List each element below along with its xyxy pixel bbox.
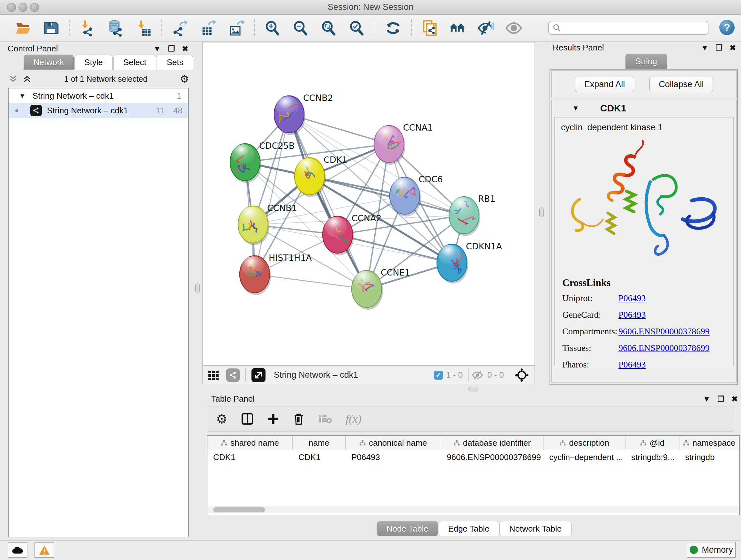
network-node-CCNA1[interactable] xyxy=(374,125,405,165)
table-cell[interactable]: stringdb xyxy=(679,450,739,464)
collapse-all-icon[interactable] xyxy=(8,74,18,84)
table-settings-gear-icon[interactable]: ⚙ xyxy=(216,412,227,426)
table-panel-close-icon[interactable]: ✖ xyxy=(731,395,738,403)
crosslink-link[interactable]: 9606.ENSP00000378699 xyxy=(618,343,710,353)
splitter-left-grip[interactable] xyxy=(195,284,200,293)
zoom-fit-icon[interactable] xyxy=(320,19,337,37)
import-network-icon[interactable] xyxy=(79,19,96,37)
column-header-description[interactable]: description xyxy=(543,436,625,450)
tab-select[interactable]: Select xyxy=(113,55,156,70)
export-image-icon[interactable] xyxy=(227,19,245,37)
string-home-icon[interactable] xyxy=(449,19,466,37)
network-edge-HIST1H1A-CCNE1[interactable] xyxy=(255,274,367,289)
column-header-name[interactable]: name xyxy=(293,436,346,450)
table-row[interactable]: CDK1CDK1P064939606.ENSP00000378699cyclin… xyxy=(207,450,739,464)
table-cell[interactable]: stringdb:9... xyxy=(625,450,679,464)
cloud-button[interactable] xyxy=(8,543,27,558)
zoom-in-icon[interactable] xyxy=(264,19,281,37)
gene-disclosure-icon[interactable]: ▼ xyxy=(572,104,579,112)
column-header-database-identifier[interactable]: database identifier xyxy=(441,436,543,450)
crosslink-link[interactable]: P06493 xyxy=(618,360,646,370)
zoom-out-icon[interactable] xyxy=(292,19,309,37)
network-edge-CCNB2-HIST1H1A[interactable] xyxy=(255,114,289,274)
import-network-database-icon[interactable] xyxy=(107,19,124,37)
network-graph[interactable]: CCNB2CCNA1CDC25BCDK1CDC6RB1CCNB1CCNA2CDK… xyxy=(203,43,535,365)
results-panel-float-icon[interactable]: ❐ xyxy=(716,44,723,52)
table-panel-menu-icon[interactable]: ▼ xyxy=(703,395,711,403)
warnings-button[interactable] xyxy=(35,543,54,558)
network-canvas[interactable]: CCNB2CCNA1CDC25BCDK1CDC6RB1CCNB1CCNA2CDK… xyxy=(202,42,535,366)
table-cell[interactable]: cyclin–dependent ... xyxy=(543,450,625,464)
scrollbar-thumb[interactable] xyxy=(213,507,265,512)
tab-network-table[interactable]: Network Table xyxy=(499,521,571,537)
network-node-HIST1H1A[interactable] xyxy=(240,256,271,295)
column-header-canonical-name[interactable]: canonical name xyxy=(346,436,441,450)
column-header-shared-name[interactable]: shared name xyxy=(207,436,293,450)
splitter-bottom-grip[interactable] xyxy=(468,387,478,391)
table-cell[interactable]: 9606.ENSP00000378699 xyxy=(441,450,543,464)
show-columns-icon[interactable] xyxy=(241,413,254,425)
crosslink-link[interactable]: 9606.ENSP00000378699 xyxy=(618,326,710,336)
network-node-CCNB2[interactable] xyxy=(274,96,306,135)
open-in-window-icon[interactable] xyxy=(252,368,266,382)
table-cell[interactable]: CDK1 xyxy=(207,450,293,464)
expand-all-button[interactable]: Expand All xyxy=(575,77,634,92)
expand-all-icon[interactable] xyxy=(22,74,32,84)
network-collection-row[interactable]: ▼ String Network – cdk1 1 xyxy=(9,88,188,103)
string-copy-network-icon[interactable] xyxy=(421,19,438,37)
hidden-items-eye-icon[interactable] xyxy=(471,370,484,380)
network-node-CDK1[interactable] xyxy=(294,158,326,197)
add-column-icon[interactable] xyxy=(267,413,279,425)
table-horizontal-scrollbar[interactable] xyxy=(208,506,738,513)
save-session-icon[interactable] xyxy=(43,19,60,37)
search-input[interactable] xyxy=(564,23,699,33)
function-builder-icon[interactable]: f(x) xyxy=(346,412,361,426)
network-node-CCNA2[interactable] xyxy=(323,216,354,255)
table-cell[interactable]: CDK1 xyxy=(293,450,346,464)
results-panel-menu-icon[interactable]: ▼ xyxy=(701,44,709,52)
delete-column-icon[interactable] xyxy=(293,413,305,425)
open-session-icon[interactable] xyxy=(14,19,31,37)
selected-nodes-checkbox-icon[interactable]: ✓ xyxy=(434,371,443,380)
control-panel-close-icon[interactable]: ✖ xyxy=(182,45,188,53)
tab-style[interactable]: Style xyxy=(74,55,113,70)
control-panel-float-icon[interactable]: ❐ xyxy=(168,45,175,53)
crosslink-link[interactable]: P06493 xyxy=(618,310,646,320)
table-panel-float-icon[interactable]: ❐ xyxy=(718,395,724,403)
column-header-@id[interactable]: @id xyxy=(625,436,679,450)
network-node-CCNB1[interactable] xyxy=(238,206,269,245)
string-eye-slash-icon[interactable] xyxy=(477,19,494,37)
tab-network[interactable]: Network xyxy=(23,55,74,70)
tab-string[interactable]: String xyxy=(625,54,667,69)
network-share-view-icon[interactable] xyxy=(226,368,240,382)
grid-view-icon[interactable] xyxy=(208,369,219,381)
crosslink-link[interactable]: P06493 xyxy=(618,293,646,303)
delete-table-icon[interactable] xyxy=(318,414,332,424)
export-table-icon[interactable] xyxy=(199,19,217,37)
help-button[interactable]: ? xyxy=(719,20,735,35)
birds-eye-crosshair-icon[interactable] xyxy=(515,368,529,382)
tab-edge-table[interactable]: Edge Table xyxy=(438,521,499,537)
network-node-CDKN1A[interactable] xyxy=(437,244,468,284)
network-node-RB1[interactable] xyxy=(449,197,480,236)
zoom-selected-icon[interactable] xyxy=(348,19,365,37)
collapse-all-button[interactable]: Collapse All xyxy=(650,77,713,92)
memory-button[interactable]: Memory xyxy=(687,542,736,558)
crosslink-row: GeneCard:P06493 xyxy=(562,310,710,320)
tab-node-table[interactable]: Node Table xyxy=(377,521,438,537)
results-panel-close-icon[interactable]: ✖ xyxy=(730,44,736,52)
apply-layout-icon[interactable] xyxy=(385,19,402,37)
export-network-icon[interactable] xyxy=(172,19,189,37)
table-cell[interactable]: P06493 xyxy=(346,450,441,464)
column-header-namespace[interactable]: namespace xyxy=(679,436,739,450)
string-eye-icon[interactable] xyxy=(505,19,522,37)
application-window: Session: New Session xyxy=(0,0,741,560)
collection-disclosure-icon[interactable]: ▼ xyxy=(19,92,25,100)
import-table-icon[interactable] xyxy=(135,19,152,37)
network-node-CCNE1[interactable] xyxy=(352,270,383,310)
splitter-right-grip[interactable] xyxy=(539,207,544,217)
network-options-gear-icon[interactable]: ⚙ xyxy=(180,73,189,85)
control-panel-menu-icon[interactable]: ▼ xyxy=(153,45,161,53)
network-row-selected[interactable]: ● String Network – cdk1 11 48 xyxy=(9,103,188,118)
tab-sets[interactable]: Sets xyxy=(157,55,193,70)
